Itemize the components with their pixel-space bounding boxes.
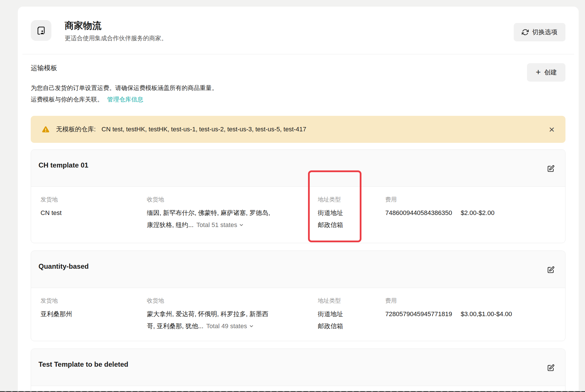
total-states-label: Total 51 states — [197, 221, 237, 228]
template-card-test-template: Test Template to be deleted — [31, 349, 565, 392]
cost-column: 费用 7486009440584386350$2.00-$2.00 — [385, 195, 494, 219]
warning-label: 无模板的仓库: — [56, 126, 96, 133]
card-header: Test Template to be deleted — [31, 349, 565, 386]
section-description-line1: 为您自己发货的订单设置运费。请确保运费模板涵盖所有的商品重量。 — [31, 83, 218, 93]
warning-icon — [42, 125, 50, 133]
template-card-quantity-based: Quantity-based 发货地 亚利桑那州 收货地 蒙大拿州, 爱达荷, — [31, 251, 565, 341]
edit-icon[interactable] — [547, 266, 556, 274]
cost-label: 费用 — [385, 195, 494, 203]
merchant-logistics-icon — [35, 25, 47, 36]
chevron-down-icon — [239, 222, 244, 228]
create-template-button[interactable]: + 创建 — [527, 63, 565, 82]
template-card-ch-template-01: CH template 01 发货地 CN test 收货地 缅因, 新罕布什尔 — [31, 149, 565, 243]
section-title: 运输模板 — [31, 63, 57, 72]
destination-line2: 哥, 亚利桑那, 犹他... — [147, 322, 203, 330]
manage-warehouse-link[interactable]: 管理仓库信息 — [107, 96, 143, 103]
section-description-line2: 运费模板与你的仓库关联。 管理仓库信息 — [31, 95, 143, 104]
destination-line1: 蒙大拿州, 爱达荷, 怀俄明, 科罗拉多, 新墨西 — [147, 308, 313, 320]
close-icon[interactable]: × — [548, 124, 555, 134]
cost-range: $3.00,$1.00-$4.00 — [461, 310, 512, 318]
edit-icon[interactable] — [547, 164, 556, 173]
edit-icon[interactable] — [547, 364, 556, 372]
cost-id: 7280579045945771819 — [385, 310, 452, 318]
template-name: Quantity-based — [39, 262, 89, 270]
refresh-icon — [522, 29, 529, 36]
template-name: Test Template to be deleted — [39, 360, 128, 368]
address-type-pobox: 邮政信箱 — [318, 320, 343, 332]
header-divider — [22, 54, 574, 54]
destination-label: 收货地 — [147, 195, 313, 203]
no-template-warning-banner: 无模板的仓库: CN test, testHK, testHK, test-us… — [31, 116, 565, 143]
destination-column: 收货地 缅因, 新罕布什尔, 佛蒙特, 麻萨诸塞, 罗德岛, 康涅狄格, 纽约.… — [147, 195, 313, 231]
cost-id: 7486009440584386350 — [385, 209, 452, 216]
template-name: CH template 01 — [39, 161, 88, 169]
address-type-street: 街道地址 — [318, 308, 343, 320]
chevron-down-icon — [249, 324, 254, 329]
cost-range: $2.00-$2.00 — [461, 209, 494, 216]
total-states-label: Total 49 states — [206, 322, 247, 330]
destination-line2: 康涅狄格, 纽约... — [147, 221, 194, 228]
origin-column: 发货地 亚利桑那州 — [41, 297, 72, 320]
page-title: 商家物流 — [65, 20, 101, 31]
address-type-column: 地址类型 街道地址 邮政信箱 — [318, 195, 343, 231]
page-subtitle: 更适合使用集成合作伙伴服务的商家。 — [65, 34, 167, 42]
total-states-toggle[interactable]: Total 49 states — [206, 322, 254, 330]
total-states-toggle[interactable]: Total 51 states — [197, 221, 244, 228]
origin-value: 亚利桑那州 — [41, 308, 72, 320]
origin-value: CN test — [41, 207, 61, 219]
address-type-pobox: 邮政信箱 — [318, 219, 343, 231]
card-header: Quantity-based — [31, 251, 565, 288]
main-panel: 商家物流 更适合使用集成合作伙伴服务的商家。 切换选项 运输模板 + 创建 为您… — [18, 7, 579, 392]
create-button-label: 创建 — [544, 68, 557, 77]
card-header: CH template 01 — [31, 150, 565, 187]
switch-options-button[interactable]: 切换选项 — [514, 23, 565, 41]
address-type-column: 地址类型 街道地址 邮政信箱 — [318, 297, 343, 332]
address-type-label: 地址类型 — [318, 297, 343, 305]
origin-label: 发货地 — [41, 195, 61, 203]
cost-column: 费用 7280579045945771819$3.00,$1.00-$4.00 — [385, 297, 512, 320]
warning-text: 无模板的仓库: CN test, testHK, testHK, test-us… — [56, 125, 306, 134]
address-type-street: 街道地址 — [318, 207, 343, 219]
cost-label: 费用 — [385, 297, 512, 305]
origin-label: 发货地 — [41, 297, 72, 305]
origin-column: 发货地 CN test — [41, 195, 61, 219]
destination-line1: 缅因, 新罕布什尔, 佛蒙特, 麻萨诸塞, 罗德岛, — [147, 207, 313, 219]
plus-icon: + — [536, 68, 541, 76]
warning-warehouse-list: CN test, testHK, testHK, test-us-1, test… — [101, 126, 306, 133]
page: 商家物流 更适合使用集成合作伙伴服务的商家。 切换选项 运输模板 + 创建 为您… — [0, 0, 585, 392]
destination-column: 收货地 蒙大拿州, 爱达荷, 怀俄明, 科罗拉多, 新墨西 哥, 亚利桑那, 犹… — [147, 297, 313, 332]
merchant-logistics-icon-tile — [31, 20, 51, 41]
switch-options-label: 切换选项 — [532, 28, 557, 36]
section-description-text: 运费模板与你的仓库关联。 — [31, 96, 103, 103]
address-type-label: 地址类型 — [318, 195, 343, 203]
destination-label: 收货地 — [147, 297, 313, 305]
